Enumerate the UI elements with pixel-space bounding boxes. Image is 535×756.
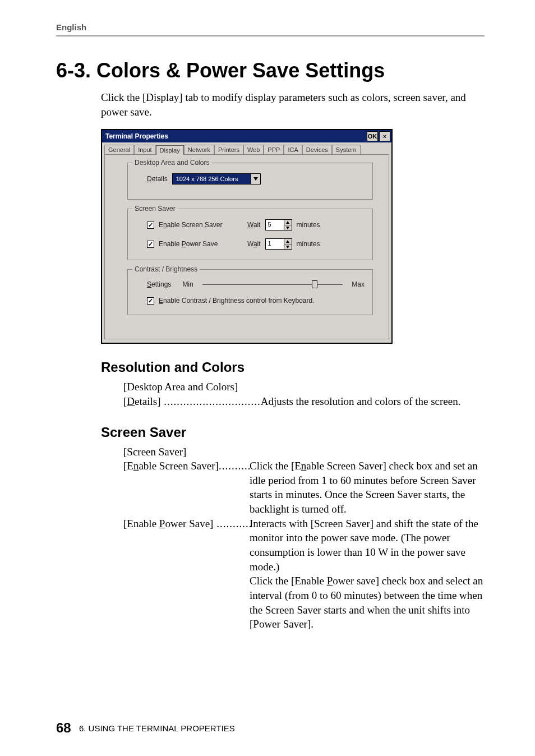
dialog-title: Terminal Properties (105, 132, 366, 140)
dialog-titlebar: Terminal Properties OK × (102, 130, 391, 142)
spinner-down-icon[interactable] (284, 245, 292, 250)
screensaver-wait-spinner[interactable]: 5 (265, 219, 292, 231)
spinner-up-icon[interactable] (284, 220, 292, 225)
resolution-value: 1024 x 768 256 Colors (172, 173, 251, 185)
enable-keyboard-contrast-label: Enable Contrast / Brightness control fro… (159, 297, 314, 305)
details-term: [Details] .............................. (123, 394, 261, 409)
settings-label: Settings (147, 280, 171, 288)
intro-text: Click the [Display] tab to modify displa… (101, 90, 485, 119)
group-screen-saver: Screen Saver Enable Screen Saver Wait 5 (127, 209, 373, 260)
screensaver-wait-value: 5 (265, 219, 284, 231)
page-title: 6-3. Colors & Power Save Settings (56, 59, 485, 82)
header-rule (56, 35, 485, 36)
group-contrast-legend: Contrast / Brightness (132, 265, 200, 273)
group-contrast: Contrast / Brightness Settings Min Max E… (127, 269, 373, 315)
details-label: Details (147, 175, 168, 183)
close-button[interactable]: × (379, 131, 390, 141)
max-label: Max (352, 280, 365, 288)
tab-general[interactable]: General (104, 145, 134, 154)
enable-keyboard-contrast-checkbox[interactable] (147, 297, 154, 305)
page-number: 68 (56, 720, 71, 735)
screensaver-line1: [Screen Saver] (123, 445, 485, 459)
enable-ss-term: [Enable Screen Saver].......... (123, 459, 250, 517)
contrast-slider[interactable] (202, 280, 343, 289)
spinner-down-icon[interactable] (284, 225, 292, 231)
min-label: Min (182, 280, 193, 288)
slider-thumb-icon[interactable] (312, 280, 317, 288)
enable-ps-desc: Interacts with [Screen Saver] and shift … (250, 517, 485, 631)
minutes1-label: minutes (297, 221, 320, 229)
tab-printers[interactable]: Printers (214, 145, 243, 154)
terminal-properties-dialog: Terminal Properties OK × General Input D… (101, 129, 393, 344)
chapter-label: 6. USING THE TERMINAL PROPERTIES (79, 723, 235, 733)
resolution-line1: [Desktop Area and Colors] (123, 380, 485, 394)
powersave-wait-spinner[interactable]: 1 (265, 238, 292, 250)
wait1-label: Wait (247, 221, 261, 229)
powersave-wait-value: 1 (265, 238, 284, 250)
enable-powersave-label: Enable Power Save (159, 240, 243, 248)
enable-powersave-checkbox[interactable] (147, 241, 154, 248)
resolution-heading: Resolution and Colors (101, 359, 485, 375)
language-label: English (56, 22, 485, 32)
group-desktop-colors: Desktop Area and Colors Details 1024 x 7… (127, 163, 373, 200)
display-panel: Desktop Area and Colors Details 1024 x 7… (104, 154, 389, 339)
tab-web[interactable]: Web (243, 145, 264, 154)
tab-devices[interactable]: Devices (302, 145, 332, 154)
enable-ss-desc: Click the [Enable Screen Saver] check bo… (250, 459, 485, 517)
resolution-combo[interactable]: 1024 x 768 256 Colors (172, 173, 261, 185)
enable-ps-term: [Enable Power Save] ........... (123, 517, 250, 631)
minutes2-label: minutes (297, 240, 320, 248)
details-desc: Adjusts the resolution and colors of the… (261, 394, 461, 409)
tab-ica[interactable]: ICA (284, 145, 302, 154)
enable-screensaver-label: Enable Screen Saver (159, 221, 243, 229)
spinner-up-icon[interactable] (284, 239, 292, 245)
tab-ppp[interactable]: PPP (264, 145, 284, 154)
ok-button[interactable]: OK (367, 131, 378, 141)
wait2-label: Wait (247, 240, 261, 248)
group-saver-legend: Screen Saver (132, 205, 178, 213)
chevron-down-icon[interactable] (251, 173, 261, 185)
tab-system[interactable]: System (332, 145, 361, 154)
tab-input[interactable]: Input (134, 145, 155, 154)
tab-network[interactable]: Network (184, 145, 214, 154)
page-footer: 68 6. USING THE TERMINAL PROPERTIES (56, 720, 235, 736)
tab-display[interactable]: Display (156, 145, 184, 155)
screensaver-heading: Screen Saver (101, 425, 485, 440)
enable-screensaver-checkbox[interactable] (147, 222, 154, 229)
group-colors-legend: Desktop Area and Colors (132, 159, 211, 167)
tab-strip: General Input Display Network Printers W… (102, 142, 391, 154)
